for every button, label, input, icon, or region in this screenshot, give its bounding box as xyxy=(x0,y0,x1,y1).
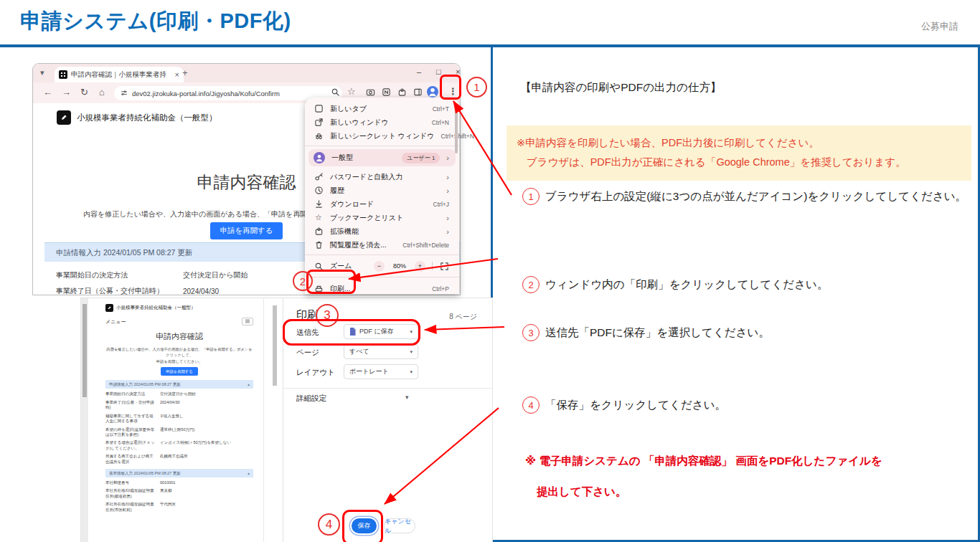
chevron-right-icon: › xyxy=(446,186,449,195)
preview-desc-line1: 内容を修正したい場合や、入力途中の画面がある場合、「申請を再開する」ボタンをクリ… xyxy=(105,346,253,358)
browser-tab[interactable]: 申請内容確認｜小規模事業者持 × xyxy=(55,67,184,82)
notes-box-icon[interactable] xyxy=(382,87,391,97)
chevron-down-icon[interactable]: ▾ xyxy=(405,394,409,401)
camera-icon[interactable] xyxy=(366,87,375,97)
chevron-right-icon: › xyxy=(446,173,449,181)
menu-label: 新しいタブ xyxy=(330,104,426,114)
footer-note-line-1: ※ 電子申請システムの 「申請内容確認」 画面をPDF化したファイルを xyxy=(525,454,882,469)
row-label: 事業終了日（公募・交付申請時） xyxy=(44,286,183,295)
preview-row: 所属する商工会および商工会議所を選択札幌商工会議所 xyxy=(105,454,253,465)
header-rule xyxy=(0,44,980,47)
profile-avatar[interactable] xyxy=(427,86,438,98)
window-minimize-icon[interactable]: – xyxy=(417,67,421,76)
menu-label: 拡張機能 xyxy=(330,227,440,237)
menu-label: ダウンロード xyxy=(330,199,427,209)
menu-label: 新しいウィンドウ xyxy=(330,118,425,128)
step-text-1: ブラウザ右上の設定(縦に3つの点が並んだアイコン)をクリックしてしてください。 xyxy=(545,186,970,206)
user-badge: ユーザー 1 xyxy=(402,153,440,163)
layout-value: ポートレート xyxy=(349,367,389,376)
annotation-circle-4: 4 xyxy=(318,513,340,536)
step-number-1: 1 xyxy=(522,188,540,205)
preview-page: 小規模事業者持続化補助金（一般型） メニュー 申請内容確認 内容を修正したい場合… xyxy=(88,298,264,542)
chevron-right-icon: › xyxy=(446,227,449,236)
corner-label: 公募申請 xyxy=(921,20,958,33)
menu-item-extensions[interactable]: 拡張機能 › xyxy=(305,224,459,238)
preview-row: 本社所在地/印鑑登録証明書住所(市区町村)千代田区 xyxy=(105,502,253,513)
chevron-right-icon: › xyxy=(446,153,449,162)
star-icon: ☆ xyxy=(314,213,324,223)
cancel-button[interactable]: キャンセル xyxy=(384,518,415,533)
app-logo-icon xyxy=(57,110,71,125)
new-window-icon xyxy=(314,118,324,128)
preview-row: 希望する場合は選択(チェック)してください。インボイス特例(＋50万円)を希望し… xyxy=(105,440,253,451)
resume-application-button[interactable]: 申請を再開する xyxy=(210,222,282,239)
app-name: 小規模事業者持続化補助金（一般型） xyxy=(116,305,196,311)
step-number-3: 3 xyxy=(522,324,540,341)
tab-search-chevron-icon[interactable]: ▾ xyxy=(40,68,44,77)
back-icon[interactable]: ← xyxy=(43,87,52,98)
dialog-scrollbar-thumb[interactable] xyxy=(273,305,277,386)
extensions-icon[interactable] xyxy=(397,87,407,97)
menu-item-history[interactable]: 履歴 › xyxy=(305,184,459,197)
collapse-icon: ▴ xyxy=(248,380,250,389)
menu-item-new-window[interactable]: 新しいウィンドウ Ctrl+N xyxy=(305,115,459,129)
dialog-divider xyxy=(283,388,493,389)
pages-value: すべて xyxy=(349,347,369,356)
menu-item-clear-history[interactable]: 閲覧履歴を消去... Ctrl+Shift+Delete xyxy=(305,238,459,252)
site-settings-icon xyxy=(121,90,128,97)
menu-item-new-tab[interactable]: 新しいタブ Ctrl+T xyxy=(305,102,459,115)
preview-scrollbar-track[interactable] xyxy=(81,298,88,542)
home-icon[interactable]: ⌂ xyxy=(99,87,105,98)
menu-item-downloads[interactable]: ダウンロード Ctrl+J xyxy=(305,197,459,211)
zoom-out-button[interactable]: − xyxy=(374,261,385,272)
annotation-box-destination xyxy=(283,319,420,346)
footer-note-line-2: 提出して下さい。 xyxy=(537,485,626,500)
preview-row: 事業開始日の決定方法交付決定日から開始 xyxy=(105,391,253,396)
puzzle-icon xyxy=(314,227,324,237)
side-panel-icon[interactable] xyxy=(413,87,423,97)
menu-item-profile[interactable]: 一般型 ユーザー 1 › xyxy=(308,149,456,166)
url-bar[interactable]: dev02.jizokuka-portal.info/Jigyosha/Kofu… xyxy=(114,86,342,100)
menu-divider xyxy=(305,255,459,255)
zoom-search-icon[interactable] xyxy=(331,87,340,97)
profile-avatar-icon xyxy=(314,152,325,163)
menu-shortcut: Ctrl+P xyxy=(432,285,449,293)
row-label: 事業開始日の決定方法 xyxy=(44,270,183,280)
layout-label: レイアウト xyxy=(296,368,335,378)
menu-label: 一般型 xyxy=(331,153,395,163)
menu-label: パスワードと自動入力 xyxy=(330,172,440,182)
person-icon xyxy=(427,86,438,98)
advanced-settings[interactable]: 詳細設定 xyxy=(296,394,326,404)
chevron-right-icon: › xyxy=(446,214,449,222)
tab-title: 申請内容確認｜小規模事業者持 xyxy=(71,70,171,80)
section-header-text: 申請情報入力 2024/01/05 PM 08:27 更新 xyxy=(109,380,181,389)
new-tab-button[interactable]: + xyxy=(182,67,188,78)
menu-item-passwords[interactable]: パスワードと自動入力 › xyxy=(305,170,459,184)
note-box: ※申請内容を印刷したい場合、PDF出力後に印刷してください。 ブラウザは、PDF… xyxy=(507,125,971,181)
section-header-text: 基本情報入力 2024/01/05 PM 08:27 更新 xyxy=(109,469,181,477)
preview-scrollbar-thumb[interactable] xyxy=(83,304,87,397)
layout-select[interactable]: ポートレート ▾ xyxy=(344,364,418,379)
reload-icon[interactable]: ↻ xyxy=(80,87,88,98)
history-icon xyxy=(314,186,324,196)
bookmark-star-icon[interactable]: ☆ xyxy=(347,86,356,97)
app-logo-icon xyxy=(105,304,113,312)
menu-shortcut: Ctrl+J xyxy=(433,201,449,208)
menu-label: ブックマークとリスト xyxy=(330,213,440,223)
resume-application-button: 申請を再開する xyxy=(161,367,197,376)
menu-item-incognito[interactable]: 新しいシークレット ウィンドウ Ctrl+Shift+N xyxy=(305,129,459,143)
pages-label: ページ xyxy=(296,348,319,358)
new-tab-icon xyxy=(314,104,324,114)
pages-select[interactable]: すべて ▾ xyxy=(344,344,418,359)
menu-scrollbar[interactable] xyxy=(455,103,458,153)
window-maximize-icon[interactable]: □ xyxy=(436,67,441,76)
preview-section-header: 申請情報入力 2024/01/05 PM 08:27 更新 ▴ xyxy=(105,380,253,389)
zoom-separator xyxy=(432,262,433,270)
fullscreen-icon[interactable] xyxy=(439,261,449,271)
menu-item-bookmarks[interactable]: ☆ ブックマークとリスト › xyxy=(305,211,459,224)
forward-icon[interactable]: → xyxy=(62,87,71,98)
preview-row: 希望の枠を選択(追加要件等は以下注釈を参照)通常枠(上限50万円) xyxy=(105,427,253,438)
menu-shortcut: Ctrl+N xyxy=(432,119,449,126)
zoom-in-button[interactable]: + xyxy=(415,261,425,272)
tab-close-icon[interactable]: × xyxy=(175,70,179,79)
